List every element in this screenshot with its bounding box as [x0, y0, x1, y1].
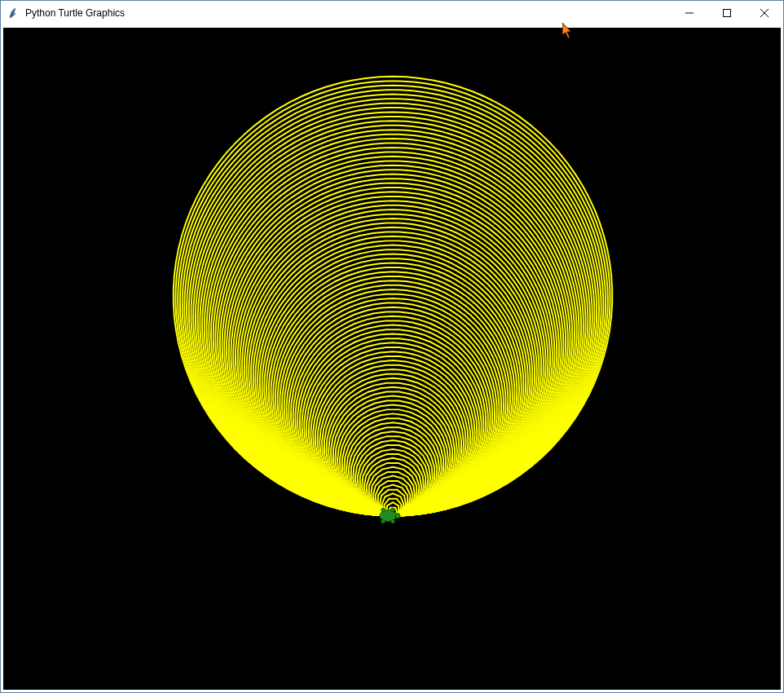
title-bar[interactable]: Python Turtle Graphics: [1, 1, 783, 25]
svg-point-7: [381, 519, 385, 523]
minimize-button[interactable]: [671, 1, 708, 25]
svg-rect-1: [724, 10, 731, 17]
python-feather-icon: [7, 7, 20, 20]
maximize-button[interactable]: [708, 1, 746, 25]
close-button[interactable]: [746, 1, 783, 25]
app-window: Python Turtle Graphics: [0, 0, 784, 693]
turtle-drawing: [3, 28, 781, 690]
canvas-frame: [1, 25, 783, 692]
turtle-canvas[interactable]: [3, 28, 781, 690]
window-controls: [671, 1, 783, 25]
window-title: Python Turtle Graphics: [25, 7, 125, 19]
svg-point-6: [381, 508, 385, 511]
svg-point-9: [391, 519, 394, 523]
svg-point-8: [391, 508, 394, 511]
svg-point-5: [395, 514, 400, 519]
